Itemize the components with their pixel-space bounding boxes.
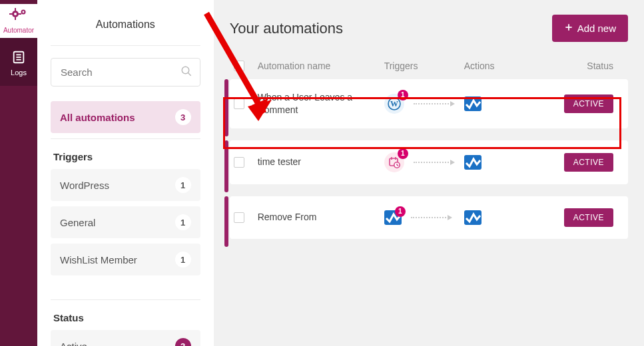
status-button[interactable]: ACTIVE	[564, 208, 613, 227]
divider	[51, 138, 200, 139]
trigger-count-badge: 1	[398, 148, 408, 159]
rail-item-logs[interactable]: Logs	[0, 38, 37, 86]
add-new-label: Add new	[577, 23, 616, 34]
action-trigger-icon: 1	[384, 210, 402, 225]
page-title: Your automations	[230, 20, 343, 37]
table-row[interactable]: time tester 1 ACTIVE	[230, 140, 628, 184]
count-badge: 1	[175, 177, 191, 193]
col-header-name: Automation name	[258, 61, 384, 71]
flow-arrow-icon	[414, 162, 454, 163]
flow-arrow-icon	[411, 217, 451, 218]
app-logo-label: Automator	[3, 27, 34, 34]
sidebar-status-section: Status Active 3 Inactive 0	[51, 312, 200, 346]
trigger-flow: 1	[384, 210, 464, 225]
schedule-icon: 1	[384, 152, 404, 172]
col-header-status: Status	[564, 61, 617, 71]
sidebar-item-all-automations[interactable]: All automations 3	[51, 101, 200, 133]
sidebar-trigger-wishlist[interactable]: WishList Member 1	[51, 244, 200, 275]
svg-line-23	[397, 165, 398, 166]
sidebar-trigger-wordpress[interactable]: WordPress 1	[51, 169, 200, 201]
trigger-flow: 1	[384, 152, 464, 172]
flow-arrow-icon	[414, 103, 454, 104]
count-badge: 3	[175, 109, 191, 125]
select-all-checkbox[interactable]	[234, 61, 244, 71]
count-badge: 1	[175, 214, 191, 230]
trigger-flow: W 1	[384, 94, 464, 114]
row-checkbox[interactable]	[234, 157, 244, 168]
logs-icon	[11, 50, 26, 66]
svg-rect-4	[9, 13, 12, 15]
sidebar-item-label: WishList Member	[60, 254, 137, 265]
trigger-count-badge: 1	[398, 90, 408, 100]
row-checkbox[interactable]	[234, 98, 244, 109]
svg-rect-3	[15, 17, 16, 20]
svg-point-12	[182, 67, 189, 74]
automation-name: time tester	[258, 156, 384, 168]
status-button[interactable]: ACTIVE	[564, 153, 613, 172]
action-icon	[464, 210, 482, 225]
trigger-count-badge: 1	[395, 206, 406, 217]
wordpress-icon: W 1	[384, 94, 404, 114]
divider	[51, 45, 200, 46]
status-button[interactable]: ACTIVE	[564, 94, 613, 113]
sidebar-item-label: Active	[60, 341, 87, 347]
sidebar-trigger-general[interactable]: General 1	[51, 206, 200, 238]
action-icon	[464, 96, 482, 111]
svg-line-13	[188, 73, 191, 76]
svg-point-1	[14, 13, 17, 15]
automation-name: When a User Leaves a Comment	[258, 91, 384, 116]
svg-rect-2	[15, 8, 16, 11]
automator-gears-icon	[9, 8, 28, 25]
count-badge: 1	[175, 252, 191, 267]
sidebar-section-title: Triggers	[51, 151, 200, 169]
plus-icon	[564, 23, 573, 34]
search-icon	[180, 65, 192, 80]
search-wrap	[51, 58, 200, 86]
row-accent	[224, 79, 228, 136]
sidebar-item-label: All automations	[60, 112, 135, 123]
svg-point-7	[23, 11, 25, 13]
search-input[interactable]	[51, 58, 200, 86]
table-row[interactable]: Remove From 1 ACTIVE	[230, 196, 628, 239]
automation-name: Remove From	[258, 211, 384, 224]
action-icon	[464, 155, 482, 170]
row-accent	[224, 196, 228, 247]
table-header: Automation name Triggers Actions Status	[230, 61, 628, 79]
table-row[interactable]: When a User Leaves a Comment W 1 ACTIVE	[230, 79, 628, 128]
app-logo[interactable]: Automator	[0, 4, 37, 38]
row-checkbox[interactable]	[234, 212, 244, 223]
sidebar-item-label: WordPress	[60, 180, 109, 191]
nav-rail: Automator Logs	[0, 0, 37, 346]
svg-text:W: W	[390, 99, 398, 108]
row-accent	[224, 140, 228, 192]
sidebar: Automations All automations 3 Triggers W…	[37, 0, 214, 346]
divider	[51, 299, 200, 300]
rail-item-label: Logs	[11, 69, 27, 77]
sidebar-title: Automations	[51, 0, 200, 45]
sidebar-section-title: Status	[51, 312, 200, 330]
add-new-button[interactable]: Add new	[552, 15, 628, 42]
col-header-triggers: Triggers	[384, 61, 464, 71]
svg-rect-5	[19, 13, 21, 15]
main-area: Your automations Add new Automation name…	[214, 0, 644, 346]
col-header-actions: Actions	[464, 61, 564, 71]
main-header: Your automations Add new	[230, 15, 628, 42]
sidebar-status-active[interactable]: Active 3	[51, 330, 200, 346]
count-badge: 3	[175, 338, 191, 346]
sidebar-item-label: General	[60, 217, 95, 228]
sidebar-triggers-section: Triggers WordPress 1 General 1 WishList …	[51, 151, 200, 281]
